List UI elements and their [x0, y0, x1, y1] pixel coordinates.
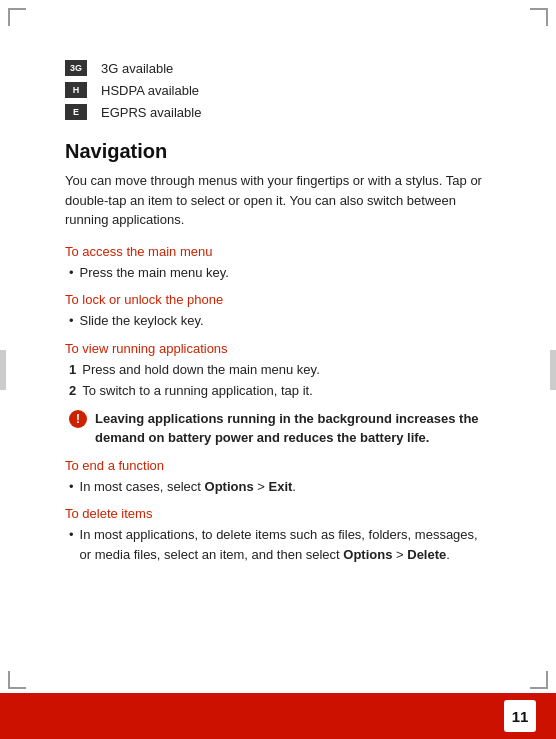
side-tab-right [550, 350, 556, 390]
bullet-dot-2: • [69, 311, 74, 331]
subsection-title-end-function: To end a function [65, 458, 491, 473]
numbered-num-2: 2 [69, 381, 76, 401]
numbered-text-1: Press and hold down the main menu key. [82, 360, 320, 380]
warning-box: ! Leaving applications running in the ba… [69, 409, 491, 448]
signal-label-hsdpa: HSDPA available [101, 83, 199, 98]
navigation-section: Navigation You can move through menus wi… [65, 140, 491, 564]
bullet-item-end-function: • In most cases, select Options > Exit. [69, 477, 491, 497]
section-title: Navigation [65, 140, 491, 163]
subsection-title-delete-items: To delete items [65, 506, 491, 521]
corner-mark-bl [8, 671, 26, 689]
signal-icon-hsdpa: H [65, 82, 87, 98]
exit-bold: Exit [269, 479, 293, 494]
bullet-dot-4: • [69, 525, 74, 545]
options-bold-2: Options [343, 547, 392, 562]
subsection-running-apps: To view running applications 1 Press and… [65, 341, 491, 401]
bullet-item-delete-items: • In most applications, to delete items … [69, 525, 491, 564]
section-intro: You can move through menus with your fin… [65, 171, 491, 230]
bullet-text-main-menu: Press the main menu key. [80, 263, 229, 283]
corner-mark-tr [530, 8, 548, 26]
delete-bold: Delete [407, 547, 446, 562]
subsection-title-main-menu: To access the main menu [65, 244, 491, 259]
subsection-title-lock-phone: To lock or unlock the phone [65, 292, 491, 307]
signal-row-hsdpa: H HSDPA available [65, 82, 491, 98]
signal-label-egprs: EGPRS available [101, 105, 201, 120]
signal-row-3g: 3G 3G available [65, 60, 491, 76]
main-content: 3G 3G available H HSDPA available E EGPR… [0, 0, 556, 628]
signal-label-3g: 3G available [101, 61, 173, 76]
options-bold: Options [205, 479, 254, 494]
numbered-num-1: 1 [69, 360, 76, 380]
bullet-dot-3: • [69, 477, 74, 497]
numbered-text-2: To switch to a running application, tap … [82, 381, 313, 401]
bullet-item-main-menu: • Press the main menu key. [69, 263, 491, 283]
numbered-item-1: 1 Press and hold down the main menu key. [69, 360, 491, 380]
numbered-item-2: 2 To switch to a running application, ta… [69, 381, 491, 401]
corner-mark-tl [8, 8, 26, 26]
signal-icon-egprs: E [65, 104, 87, 120]
subsection-lock-phone: To lock or unlock the phone • Slide the … [65, 292, 491, 331]
subsection-title-running-apps: To view running applications [65, 341, 491, 356]
subsection-delete-items: To delete items • In most applications, … [65, 506, 491, 564]
signal-row-egprs: E EGPRS available [65, 104, 491, 120]
bottom-bar: 11 [0, 693, 556, 739]
page-number-badge: 11 [504, 700, 536, 732]
bullet-text-lock-phone: Slide the keylock key. [80, 311, 204, 331]
bullet-dot: • [69, 263, 74, 283]
subsection-end-function: To end a function • In most cases, selec… [65, 458, 491, 497]
bullet-text-end-function: In most cases, select Options > Exit. [80, 477, 296, 497]
warning-icon: ! [69, 410, 87, 428]
subsection-main-menu: To access the main menu • Press the main… [65, 244, 491, 283]
page-container: 3G 3G available H HSDPA available E EGPR… [0, 0, 556, 739]
signal-table: 3G 3G available H HSDPA available E EGPR… [65, 60, 491, 120]
corner-mark-br [530, 671, 548, 689]
signal-icon-3g: 3G [65, 60, 87, 76]
side-tab-left [0, 350, 6, 390]
bullet-item-lock-phone: • Slide the keylock key. [69, 311, 491, 331]
bullet-text-delete-items: In most applications, to delete items su… [80, 525, 491, 564]
warning-text: Leaving applications running in the back… [95, 409, 491, 448]
